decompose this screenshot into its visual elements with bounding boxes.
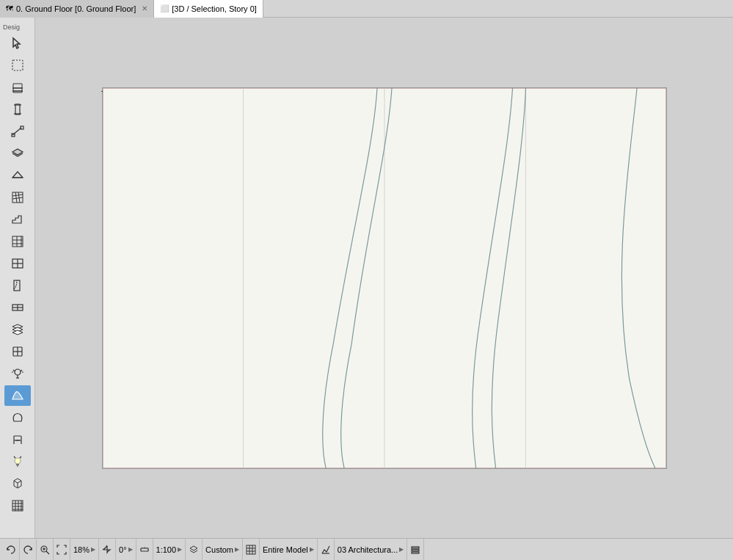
measure-icon [139, 545, 150, 555]
roof-tool[interactable] [4, 165, 31, 186]
column-tool[interactable] [4, 99, 31, 120]
svg-line-8 [12, 194, 23, 196]
tab-ground-floor-close[interactable]: ✕ [142, 4, 147, 12]
scale-display[interactable]: 1:100 ▶ [153, 539, 186, 560]
grid-snap-tool[interactable] [4, 495, 31, 516]
tab-bar: 🗺 0. Ground Floor [0. Ground Floor] ✕ ⬜ … [0, 0, 733, 18]
grid-icon [246, 545, 256, 555]
drawing-canvas[interactable] [102, 87, 667, 469]
svg-rect-61 [141, 548, 148, 551]
custom-label: Custom [205, 545, 233, 554]
scale-value: 1:100 [156, 545, 177, 554]
skylight-tool[interactable] [4, 319, 31, 340]
layer-icon [189, 545, 199, 555]
window-tool[interactable] [4, 297, 31, 318]
lamp-tool[interactable] [4, 363, 31, 384]
zoom-arrow: ▶ [91, 546, 95, 553]
svg-line-30 [13, 370, 15, 371]
svg-rect-34 [14, 436, 21, 440]
angle-value: 0° [119, 545, 127, 554]
grid-button[interactable] [243, 539, 260, 560]
undo-button[interactable] [3, 539, 20, 560]
tab-ground-floor-label: 0. Ground Floor [0. Ground Floor] [16, 4, 136, 13]
angle-display[interactable]: 0° ▶ [116, 539, 136, 560]
layer-button[interactable] [186, 539, 203, 560]
mesh-tool[interactable] [4, 187, 31, 208]
zoom-in-button[interactable] [37, 539, 54, 560]
morph-tool[interactable] [4, 407, 31, 428]
svg-line-10 [15, 192, 17, 203]
marquee-tool[interactable] [4, 55, 31, 76]
select-tool[interactable] [4, 33, 31, 54]
model-scope-label: Entire Model [263, 545, 308, 554]
object-tool[interactable] [4, 341, 31, 362]
svg-rect-72 [412, 549, 419, 550]
svg-line-11 [18, 192, 20, 203]
custom-arrow: ▶ [235, 546, 239, 553]
floor-plan-icon: 🗺 [6, 4, 13, 12]
fit-icon [56, 545, 67, 555]
curtain-wall-tool[interactable] [4, 253, 31, 274]
main-canvas-area[interactable] [35, 18, 733, 538]
3d-icon: ⬜ [160, 4, 169, 12]
model-scope-display[interactable]: Entire Model ▶ [260, 539, 318, 560]
beam-tool[interactable] [4, 121, 31, 142]
options-icon [410, 545, 420, 555]
svg-rect-1 [15, 104, 20, 114]
svg-point-38 [15, 458, 21, 464]
svg-rect-0 [12, 60, 23, 70]
fit-view-button[interactable] [54, 539, 70, 560]
building-layer-arrow: ▶ [399, 546, 404, 553]
svg-line-9 [12, 197, 23, 199]
wall-tool[interactable] [4, 77, 31, 98]
building-layer-display[interactable]: 03 Architectura... ▶ [335, 539, 408, 560]
pan-tool-button[interactable] [99, 539, 116, 560]
left-toolbar: Desig [0, 18, 35, 538]
redo-button[interactable] [20, 539, 37, 560]
svg-point-27 [15, 369, 21, 375]
svg-line-43 [14, 481, 18, 483]
custom-display[interactable]: Custom ▶ [203, 539, 243, 560]
pan-icon [102, 545, 112, 555]
slab-tool[interactable] [4, 143, 31, 164]
building-layer-label: 03 Architectura... [338, 545, 398, 554]
svg-rect-73 [412, 552, 419, 553]
light-tool[interactable] [4, 451, 31, 472]
undo-icon [6, 545, 16, 555]
grid-tool[interactable] [4, 231, 31, 252]
tracker-button[interactable] [318, 539, 335, 560]
model-scope-arrow: ▶ [310, 546, 314, 553]
section-label: Desig [0, 23, 20, 31]
zoom-percentage: 18% [73, 545, 90, 554]
tab-3d-label: [3D / Selection, Story 0] [172, 4, 257, 13]
tracker-icon [321, 545, 331, 555]
svg-rect-65 [247, 545, 255, 554]
tab-ground-floor[interactable]: 🗺 0. Ground Floor [0. Ground Floor] ✕ [0, 0, 154, 18]
svg-line-41 [14, 457, 15, 458]
stair-tool[interactable] [4, 209, 31, 230]
scale-arrow: ▶ [178, 546, 182, 553]
status-bar: 18% ▶ 0° ▶ 1:100 ▶ Custom ▶ [0, 538, 733, 560]
svg-line-60 [46, 551, 49, 554]
shell-tool[interactable] [4, 385, 31, 406]
zoom-value-display[interactable]: 18% ▶ [70, 539, 99, 560]
svg-rect-71 [412, 547, 419, 548]
tab-3d-selection[interactable]: ⬜ [3D / Selection, Story 0] [154, 0, 263, 18]
svg-line-31 [21, 370, 22, 371]
measure-button[interactable] [136, 539, 153, 560]
drawing-lines-svg [103, 88, 666, 468]
angle-arrow: ▶ [128, 546, 133, 553]
svg-line-44 [18, 481, 21, 483]
redo-icon [23, 545, 33, 555]
zoom-in-icon [40, 545, 50, 555]
options-button[interactable] [407, 539, 424, 560]
chair-tool[interactable] [4, 429, 31, 450]
door-tool[interactable] [4, 275, 31, 296]
svg-line-42 [20, 457, 21, 458]
3d-object-tool[interactable] [4, 473, 31, 494]
